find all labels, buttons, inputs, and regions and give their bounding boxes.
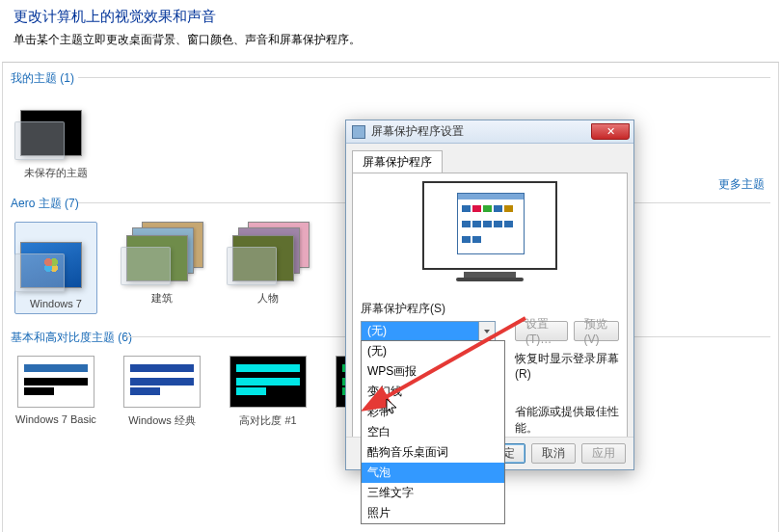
screensaver-combo[interactable]: (无) (无)WPS画报变幻线彩带空白酷狗音乐桌面词气泡三维文字照片 (361, 321, 496, 341)
page-title: 更改计算机上的视觉效果和声音 (13, 8, 768, 26)
power-hint: 省能源或提供最佳性能。 (515, 404, 619, 437)
dropdown-option[interactable]: 气泡 (362, 463, 504, 483)
close-button[interactable]: ✕ (591, 123, 630, 140)
combo-selected: (无) (362, 322, 478, 340)
dropdown-option[interactable]: 变幻线 (362, 382, 504, 402)
screensaver-label: 屏幕保护程序(S) (361, 301, 619, 317)
theme-item-win7basic[interactable]: Windows 7 Basic (14, 356, 97, 428)
theme-item-architecture[interactable]: 建筑 (121, 222, 203, 314)
apply-button[interactable]: 应用 (581, 443, 626, 464)
dropdown-option[interactable]: 彩带 (362, 402, 504, 422)
theme-item-hc1[interactable]: 高对比度 #1 (227, 356, 310, 428)
theme-item-unsaved[interactable]: 未保存的主题 (14, 96, 97, 180)
theme-label: Windows 7 (30, 298, 82, 309)
dropdown-option[interactable]: 三维文字 (362, 483, 504, 503)
theme-item-windows7[interactable]: Windows 7 (14, 222, 97, 314)
resume-checkbox-label: 恢复时显示登录屏幕(R) (515, 351, 619, 381)
screensaver-dialog: 屏幕保护程序设置 ✕ 屏幕保护程序 (345, 120, 634, 470)
page-subtitle: 单击某个主题立即更改桌面背景、窗口颜色、声音和屏幕保护程序。 (13, 32, 768, 48)
cancel-button[interactable]: 取消 (531, 443, 576, 464)
more-themes-link[interactable]: 更多主题 (718, 176, 765, 193)
theme-label: 人物 (257, 291, 279, 306)
dialog-titlebar[interactable]: 屏幕保护程序设置 ✕ (346, 120, 633, 144)
tab-screensaver[interactable]: 屏幕保护程序 (352, 150, 443, 173)
dropdown-option[interactable]: (无) (362, 341, 504, 361)
preview-button[interactable]: 预览(V) (574, 321, 619, 341)
dialog-title: 屏幕保护程序设置 (371, 123, 464, 140)
cursor-icon (386, 398, 399, 415)
theme-label: Windows 7 Basic (15, 413, 96, 425)
monitor-preview (415, 181, 565, 293)
dropdown-option[interactable]: 照片 (362, 503, 504, 523)
dropdown-option[interactable]: 空白 (362, 422, 504, 442)
theme-item-classic[interactable]: Windows 经典 (121, 356, 203, 428)
dropdown-option[interactable]: 酷狗音乐桌面词 (362, 442, 504, 463)
theme-label: Windows 经典 (128, 413, 196, 428)
section-my-themes: 我的主题 (1) (11, 68, 770, 91)
theme-label: 未保存的主题 (24, 166, 88, 180)
tab-content: 屏幕保护程序(S) (无) (无)WPS画报变幻线彩带空白酷狗音乐桌面词气泡三维… (352, 173, 628, 460)
chevron-down-icon (478, 322, 495, 340)
close-icon: ✕ (606, 126, 615, 137)
dialog-icon (352, 125, 365, 139)
theme-item-people[interactable]: 人物 (227, 222, 310, 314)
dropdown-option[interactable]: WPS画报 (362, 361, 504, 382)
settings-button[interactable]: 设置(T)… (515, 321, 568, 341)
theme-label: 高对比度 #1 (239, 413, 296, 428)
screensaver-dropdown[interactable]: (无)WPS画报变幻线彩带空白酷狗音乐桌面词气泡三维文字照片 (361, 340, 505, 524)
theme-label: 建筑 (151, 291, 173, 306)
